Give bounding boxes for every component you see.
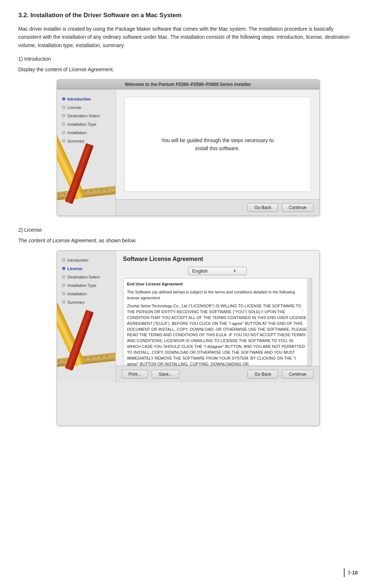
window2-print-button[interactable]: Print... bbox=[122, 370, 148, 379]
sidebar-label-destination-2: Destination Select bbox=[68, 275, 100, 279]
nav-dot-destination-1 bbox=[62, 114, 65, 117]
sidebar-label-license-2: License bbox=[68, 266, 83, 271]
license-para2: Zhuhai Seine Technology Co., Ltd ("LICEN… bbox=[127, 303, 308, 366]
mac-installer-window-1: Welcome to the Pantum P2200–P2500–P2600 … bbox=[57, 79, 320, 216]
sidebar-label-installtype-1: Installation Type bbox=[68, 122, 96, 126]
license-para1: The Software (as defined below) is subje… bbox=[127, 289, 308, 301]
window1-content-box: You will be guided through the steps nec… bbox=[125, 97, 311, 192]
sidebar-item-summary-1: Summary bbox=[61, 138, 112, 144]
license-agreement-title: End User License Agreement bbox=[127, 281, 308, 287]
intro-paragraph: Mac driver installer is created by using… bbox=[18, 25, 358, 49]
sidebar-item-installation-2: Installation bbox=[61, 291, 112, 297]
nav-dot-license-1 bbox=[62, 106, 65, 109]
page-number: 3-10 bbox=[344, 568, 358, 577]
nav-dot-license-2 bbox=[62, 267, 65, 270]
language-select[interactable]: English ⬍ bbox=[188, 267, 247, 275]
window2-footer-left: Print... Save... bbox=[122, 370, 179, 379]
sidebar-item-license-2: License bbox=[61, 266, 112, 272]
license-scrollbar[interactable] bbox=[307, 278, 312, 365]
window2-continue-button[interactable]: Continue bbox=[282, 370, 313, 379]
nav-dot-introduction-2 bbox=[62, 258, 65, 262]
window1-sidebar-nav: Introduction License Destination Select … bbox=[61, 96, 112, 144]
sidebar-label-installation-1: Installation bbox=[68, 130, 87, 135]
step2-label: 2) License bbox=[18, 226, 358, 234]
window1-goback-button[interactable]: Go Back bbox=[247, 203, 278, 212]
sidebar-label-introduction-2: Introduction bbox=[68, 258, 88, 262]
nav-dot-installation-1 bbox=[62, 131, 65, 134]
nav-dot-installtype-1 bbox=[62, 122, 65, 126]
window2-license-text-box: End User License Agreement The Software … bbox=[123, 278, 312, 366]
mac-installer-window-2: Introduction License Destination Select … bbox=[57, 250, 320, 426]
window1-body: Introduction License Destination Select … bbox=[57, 90, 319, 216]
sidebar-label-destination-1: Destination Select bbox=[68, 114, 100, 118]
window2-save-button[interactable]: Save... bbox=[152, 370, 179, 379]
nav-dot-installation-2 bbox=[62, 292, 65, 295]
window1-welcome-text: You will be guided through the steps nec… bbox=[161, 136, 274, 153]
window1-titlebar: Welcome to the Pantum P2200–P2500–P2600 … bbox=[57, 80, 319, 90]
nav-dot-summary-1 bbox=[62, 139, 65, 143]
sidebar-label-summary-1: Summary bbox=[68, 139, 85, 143]
page-number-value: 3-10 bbox=[347, 570, 358, 576]
lang-select-arrow-icon: ⬍ bbox=[233, 269, 236, 273]
window2-title: Software License Agreement bbox=[116, 251, 319, 265]
window2-goback-button[interactable]: Go Back bbox=[247, 370, 278, 379]
window1-footer: Go Back Continue bbox=[116, 199, 319, 216]
step2-desc: The content of License Agreement, as sho… bbox=[18, 237, 358, 244]
window2-content: Software License Agreement English ⬍ End… bbox=[115, 251, 319, 382]
sidebar-item-license-1: License bbox=[61, 105, 112, 110]
window2-footer-right: Go Back Continue bbox=[247, 370, 313, 379]
sidebar-label-summary-2: Summary bbox=[68, 300, 85, 304]
nav-dot-summary-2 bbox=[62, 300, 65, 304]
section-title: 3.2. Installation of the Driver Software… bbox=[18, 11, 358, 20]
window2-body: Introduction License Destination Select … bbox=[57, 251, 319, 382]
sidebar-label-installtype-2: Installation Type bbox=[68, 283, 96, 288]
sidebar-item-installation-1: Installation bbox=[61, 130, 112, 136]
sidebar-label-installation-2: Installation bbox=[68, 292, 87, 296]
nav-dot-destination-2 bbox=[62, 275, 65, 278]
sidebar-item-installtype-2: Installation Type bbox=[61, 282, 112, 288]
window1-content: You will be guided through the steps nec… bbox=[115, 90, 319, 216]
sidebar-item-installtype-1: Installation Type bbox=[61, 121, 112, 127]
window2-footer: Print... Save... Go Back Continue bbox=[116, 366, 319, 382]
sidebar-label-license-1: License bbox=[68, 105, 81, 110]
page-number-separator bbox=[344, 568, 345, 577]
window1-sidebar: Introduction License Destination Select … bbox=[57, 90, 115, 216]
window1-continue-button[interactable]: Continue bbox=[282, 203, 313, 212]
window2-sidebar: Introduction License Destination Select … bbox=[57, 251, 115, 382]
sidebar-item-destination-2: Destination Select bbox=[61, 274, 112, 280]
step1-desc: Display the content of License Agreement… bbox=[18, 66, 358, 73]
window1-content-main: You will be guided through the steps nec… bbox=[116, 90, 319, 199]
window2-lang-row: English ⬍ bbox=[116, 265, 319, 278]
sidebar-item-introduction-2: Introduction bbox=[61, 257, 112, 263]
nav-dot-installtype-2 bbox=[62, 284, 65, 287]
sidebar-item-introduction-1: Introduction bbox=[61, 96, 112, 102]
sidebar-item-destination-1: Destination Select bbox=[61, 113, 112, 119]
sidebar-label-introduction-1: Introduction bbox=[68, 97, 91, 101]
nav-dot-introduction-1 bbox=[62, 97, 65, 100]
lang-label: English bbox=[192, 268, 208, 274]
step1-label: 1) Introduction bbox=[18, 55, 358, 63]
window2-sidebar-nav: Introduction License Destination Select … bbox=[61, 257, 112, 305]
sidebar-item-summary-2: Summary bbox=[61, 299, 112, 305]
